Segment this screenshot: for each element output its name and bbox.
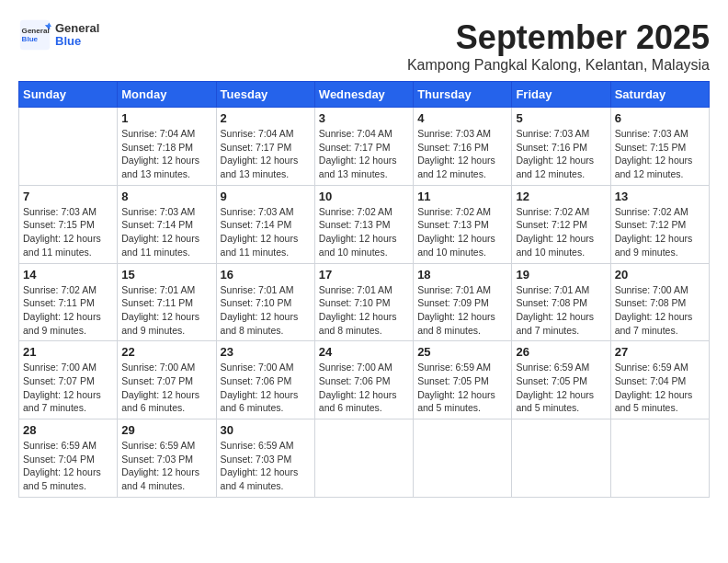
day-number: 28: [23, 423, 113, 437]
day-number: 5: [516, 111, 606, 125]
day-number: 30: [221, 423, 311, 437]
calendar-cell: 21Sunrise: 7:00 AMSunset: 7:07 PMDayligh…: [19, 341, 118, 419]
day-info: Sunrise: 7:01 AMSunset: 7:10 PMDaylight:…: [221, 283, 311, 338]
day-number: 12: [516, 190, 606, 203]
month-year-title: September 2025: [407, 18, 710, 57]
calendar-cell: 26Sunrise: 6:59 AMSunset: 7:05 PMDayligh…: [512, 341, 610, 419]
day-info: Sunrise: 7:02 AMSunset: 7:12 PMDaylight:…: [615, 205, 705, 259]
calendar-cell: 4Sunrise: 7:03 AMSunset: 7:16 PMDaylight…: [414, 108, 512, 186]
day-info: Sunrise: 7:01 AMSunset: 7:11 PMDaylight:…: [121, 283, 211, 338]
calendar-cell: 25Sunrise: 6:59 AMSunset: 7:05 PMDayligh…: [414, 341, 512, 419]
calendar-cell: 19Sunrise: 7:01 AMSunset: 7:08 PMDayligh…: [512, 263, 610, 341]
page-header: General Blue General Blue September 2025…: [18, 18, 710, 74]
day-info: Sunrise: 7:00 AMSunset: 7:08 PMDaylight:…: [615, 283, 705, 338]
day-number: 2: [221, 111, 311, 125]
day-info: Sunrise: 7:00 AMSunset: 7:06 PMDaylight:…: [221, 361, 311, 415]
day-number: 24: [319, 345, 409, 359]
title-section: September 2025 Kampong Pangkal Kalong, K…: [407, 18, 710, 74]
calendar-cell: 24Sunrise: 7:00 AMSunset: 7:06 PMDayligh…: [314, 341, 413, 419]
day-info: Sunrise: 7:01 AMSunset: 7:08 PMDaylight:…: [516, 283, 606, 338]
day-number: 18: [417, 268, 507, 282]
calendar-week-2: 7Sunrise: 7:03 AMSunset: 7:15 PMDaylight…: [19, 185, 710, 263]
logo-blue-text: Blue: [55, 34, 81, 48]
weekday-header-row: SundayMondayTuesdayWednesdayThursdayFrid…: [19, 82, 710, 108]
calendar-cell: 10Sunrise: 7:02 AMSunset: 7:13 PMDayligh…: [314, 185, 413, 263]
calendar-cell: 6Sunrise: 7:03 AMSunset: 7:15 PMDaylight…: [610, 108, 709, 186]
day-info: Sunrise: 7:01 AMSunset: 7:09 PMDaylight:…: [417, 283, 507, 338]
day-number: 6: [615, 111, 705, 125]
calendar-cell: [414, 419, 512, 498]
day-info: Sunrise: 7:03 AMSunset: 7:15 PMDaylight:…: [23, 205, 113, 259]
day-number: 19: [516, 268, 606, 282]
day-number: 15: [121, 268, 211, 282]
calendar-week-5: 28Sunrise: 6:59 AMSunset: 7:04 PMDayligh…: [19, 419, 710, 498]
calendar-cell: 11Sunrise: 7:02 AMSunset: 7:13 PMDayligh…: [414, 185, 512, 263]
calendar-cell: 23Sunrise: 7:00 AMSunset: 7:06 PMDayligh…: [216, 341, 314, 419]
calendar-week-1: 1Sunrise: 7:04 AMSunset: 7:18 PMDaylight…: [19, 108, 710, 186]
weekday-header-monday: Monday: [118, 82, 216, 108]
day-number: 11: [417, 190, 507, 203]
day-info: Sunrise: 6:59 AMSunset: 7:04 PMDaylight:…: [615, 361, 705, 415]
calendar-cell: 1Sunrise: 7:04 AMSunset: 7:18 PMDaylight…: [118, 108, 216, 186]
calendar-cell: 3Sunrise: 7:04 AMSunset: 7:17 PMDaylight…: [314, 108, 413, 186]
day-info: Sunrise: 7:00 AMSunset: 7:07 PMDaylight:…: [23, 361, 113, 415]
day-number: 14: [23, 268, 113, 282]
svg-text:General: General: [22, 27, 50, 35]
day-number: 3: [319, 111, 409, 125]
calendar-cell: 18Sunrise: 7:01 AMSunset: 7:09 PMDayligh…: [414, 263, 512, 341]
weekday-header-saturday: Saturday: [610, 82, 709, 108]
day-number: 17: [319, 268, 409, 282]
calendar-cell: 30Sunrise: 6:59 AMSunset: 7:03 PMDayligh…: [216, 419, 314, 498]
location-subtitle: Kampong Pangkal Kalong, Kelantan, Malays…: [407, 57, 710, 74]
day-info: Sunrise: 7:02 AMSunset: 7:13 PMDaylight:…: [417, 205, 507, 259]
weekday-header-tuesday: Tuesday: [216, 82, 314, 108]
day-number: 25: [417, 345, 507, 359]
day-info: Sunrise: 7:03 AMSunset: 7:14 PMDaylight:…: [221, 205, 311, 259]
logo-general-text: General: [55, 21, 99, 35]
calendar-cell: 9Sunrise: 7:03 AMSunset: 7:14 PMDaylight…: [216, 185, 314, 263]
day-number: 9: [221, 190, 311, 203]
weekday-header-friday: Friday: [512, 82, 610, 108]
calendar-cell: 12Sunrise: 7:02 AMSunset: 7:12 PMDayligh…: [512, 185, 610, 263]
day-info: Sunrise: 7:00 AMSunset: 7:06 PMDaylight:…: [319, 361, 409, 415]
day-number: 23: [221, 345, 311, 359]
calendar-week-3: 14Sunrise: 7:02 AMSunset: 7:11 PMDayligh…: [19, 263, 710, 341]
calendar-cell: 2Sunrise: 7:04 AMSunset: 7:17 PMDaylight…: [216, 108, 314, 186]
calendar-cell: [610, 419, 709, 498]
day-number: 8: [121, 190, 211, 203]
day-number: 4: [417, 111, 507, 125]
day-info: Sunrise: 7:03 AMSunset: 7:16 PMDaylight:…: [516, 127, 606, 181]
day-info: Sunrise: 7:04 AMSunset: 7:17 PMDaylight:…: [319, 127, 409, 181]
svg-text:Blue: Blue: [22, 35, 39, 43]
calendar-cell: 20Sunrise: 7:00 AMSunset: 7:08 PMDayligh…: [610, 263, 709, 341]
weekday-header-thursday: Thursday: [414, 82, 512, 108]
day-info: Sunrise: 7:04 AMSunset: 7:17 PMDaylight:…: [221, 127, 311, 181]
weekday-header-sunday: Sunday: [19, 82, 118, 108]
calendar-cell: 15Sunrise: 7:01 AMSunset: 7:11 PMDayligh…: [118, 263, 216, 341]
calendar-cell: 13Sunrise: 7:02 AMSunset: 7:12 PMDayligh…: [610, 185, 709, 263]
calendar-cell: 7Sunrise: 7:03 AMSunset: 7:15 PMDaylight…: [19, 185, 118, 263]
day-number: 20: [615, 268, 705, 282]
calendar-cell: 17Sunrise: 7:01 AMSunset: 7:10 PMDayligh…: [314, 263, 413, 341]
weekday-header-wednesday: Wednesday: [314, 82, 413, 108]
day-info: Sunrise: 7:03 AMSunset: 7:15 PMDaylight:…: [615, 127, 705, 181]
day-info: Sunrise: 6:59 AMSunset: 7:04 PMDaylight:…: [23, 439, 113, 493]
day-info: Sunrise: 7:02 AMSunset: 7:12 PMDaylight:…: [516, 205, 606, 259]
day-info: Sunrise: 7:03 AMSunset: 7:14 PMDaylight:…: [121, 205, 211, 259]
day-number: 1: [121, 111, 211, 125]
day-number: 26: [516, 345, 606, 359]
calendar-cell: 5Sunrise: 7:03 AMSunset: 7:16 PMDaylight…: [512, 108, 610, 186]
calendar-cell: 28Sunrise: 6:59 AMSunset: 7:04 PMDayligh…: [19, 419, 118, 498]
day-number: 29: [121, 423, 211, 437]
day-number: 10: [319, 190, 409, 203]
day-info: Sunrise: 6:59 AMSunset: 7:05 PMDaylight:…: [516, 361, 606, 415]
day-number: 22: [121, 345, 211, 359]
calendar-week-4: 21Sunrise: 7:00 AMSunset: 7:07 PMDayligh…: [19, 341, 710, 419]
calendar-cell: 16Sunrise: 7:01 AMSunset: 7:10 PMDayligh…: [216, 263, 314, 341]
day-info: Sunrise: 7:03 AMSunset: 7:16 PMDaylight:…: [417, 127, 507, 181]
day-info: Sunrise: 7:01 AMSunset: 7:10 PMDaylight:…: [319, 283, 409, 338]
logo-icon: General Blue: [18, 18, 51, 52]
day-info: Sunrise: 7:02 AMSunset: 7:13 PMDaylight:…: [319, 205, 409, 259]
calendar-cell: 29Sunrise: 6:59 AMSunset: 7:03 PMDayligh…: [118, 419, 216, 498]
calendar-cell: 22Sunrise: 7:00 AMSunset: 7:07 PMDayligh…: [118, 341, 216, 419]
